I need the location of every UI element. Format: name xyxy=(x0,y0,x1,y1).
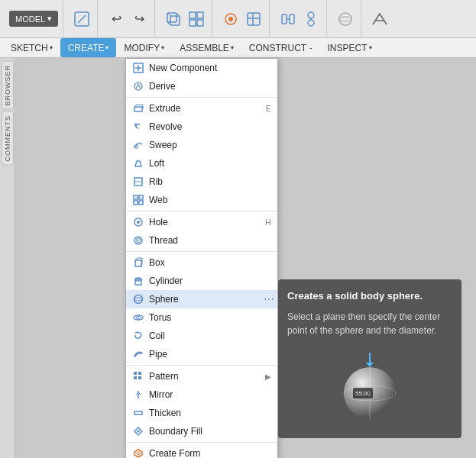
browser-tab[interactable]: BROWSER xyxy=(2,61,14,110)
coil-label: Coil xyxy=(149,331,165,341)
torus-label: Torus xyxy=(149,312,171,323)
cylinder-icon xyxy=(132,275,144,287)
sweep-icon xyxy=(132,139,144,151)
construct-icon[interactable] xyxy=(369,8,390,30)
sketch-icon[interactable] xyxy=(71,8,92,30)
construct-tools xyxy=(364,0,395,37)
menu-web[interactable]: Web xyxy=(126,191,277,209)
menubar: SKETCH ▾ CREATE ▾ MODIFY ▾ ASSEMBLE ▾ CO… xyxy=(0,38,476,58)
menu-boundary-fill[interactable]: Boundary Fill xyxy=(126,422,277,440)
menu-create[interactable]: CREATE ▾ xyxy=(60,38,117,57)
menu-coil[interactable]: Coil xyxy=(126,327,277,345)
rib-icon xyxy=(132,176,144,188)
menu-rib[interactable]: Rib xyxy=(126,173,277,191)
sep3 xyxy=(126,251,277,252)
svg-text:55.00: 55.00 xyxy=(355,390,371,397)
pattern-icon xyxy=(132,370,144,382)
sphere-toolbar-icon[interactable] xyxy=(335,8,356,30)
part-icon[interactable] xyxy=(243,8,264,30)
mirror-icon xyxy=(132,389,144,401)
menu-pattern[interactable]: Pattern ▶ xyxy=(126,367,277,385)
hole-icon xyxy=(132,216,144,228)
grid-icon[interactable] xyxy=(186,8,207,30)
sep1 xyxy=(126,97,277,98)
svg-rect-49 xyxy=(138,372,141,375)
menu-box[interactable]: Box xyxy=(126,253,277,272)
svg-line-1 xyxy=(78,15,86,23)
menu-inspect[interactable]: INSPECT ▾ xyxy=(320,38,380,57)
menu-construct[interactable]: CONSTRUCT - xyxy=(241,38,320,57)
redo-icon[interactable]: ↪ xyxy=(128,8,150,30)
menu-loft[interactable]: Loft xyxy=(126,154,277,173)
menu-create-form[interactable]: Create Form xyxy=(126,444,277,458)
svg-point-47 xyxy=(136,317,141,319)
svg-rect-8 xyxy=(197,12,203,18)
sphere-more-icon[interactable]: ⋯ xyxy=(264,293,274,305)
svg-point-46 xyxy=(134,315,143,320)
new-component-label: New Component xyxy=(149,63,217,73)
side-panel-left: BROWSER COMMENTS xyxy=(0,58,15,458)
canvas-area[interactable]: New Component Derive Extrude E xyxy=(15,58,476,458)
create-form-label: Create Form xyxy=(149,448,200,458)
extrude-label: Extrude xyxy=(149,103,180,114)
boundary-fill-icon xyxy=(132,425,144,437)
boundary-fill-label: Boundary Fill xyxy=(149,426,202,437)
assemble-tools xyxy=(273,0,327,37)
mirror-label: Mirror xyxy=(149,389,173,400)
revolve-label: Revolve xyxy=(149,121,182,132)
menu-hole[interactable]: Hole H xyxy=(126,213,277,231)
undo-icon[interactable]: ↩ xyxy=(105,8,127,30)
sep5 xyxy=(126,442,277,443)
box-label: Box xyxy=(149,257,165,268)
pipe-icon xyxy=(132,348,144,360)
sketch-tools xyxy=(66,0,98,37)
model-button[interactable]: MODEL ▾ xyxy=(9,11,58,27)
menu-torus[interactable]: Torus xyxy=(126,308,277,327)
menu-thicken[interactable]: Thicken xyxy=(126,404,277,422)
menu-extrude[interactable]: Extrude E xyxy=(126,99,277,118)
menu-assemble[interactable]: ASSEMBLE ▾ xyxy=(172,38,241,57)
menu-sweep[interactable]: Sweep xyxy=(126,136,277,154)
cylinder-label: Cylinder xyxy=(149,276,183,286)
svg-point-17 xyxy=(308,12,314,18)
menu-sphere[interactable]: Sphere ⋯ xyxy=(126,290,277,308)
menu-mirror[interactable]: Mirror xyxy=(126,385,277,404)
component-icon[interactable] xyxy=(220,8,241,30)
joint-icon[interactable] xyxy=(300,8,322,30)
3d-view-icon[interactable] xyxy=(163,8,184,30)
svg-rect-15 xyxy=(290,15,294,24)
loft-label: Loft xyxy=(149,158,164,169)
pipe-label: Pipe xyxy=(149,349,167,360)
torus-icon xyxy=(132,311,144,324)
thread-icon xyxy=(132,234,144,247)
menu-modify[interactable]: MODIFY ▾ xyxy=(116,38,172,57)
menu-cylinder[interactable]: Cylinder xyxy=(126,272,277,290)
web-label: Web xyxy=(149,195,167,205)
svg-point-18 xyxy=(308,20,314,26)
sketch-chevron: ▾ xyxy=(50,44,53,51)
box-icon xyxy=(132,256,144,269)
svg-rect-10 xyxy=(197,20,203,26)
menu-sketch[interactable]: SKETCH ▾ xyxy=(3,38,60,57)
menu-derive[interactable]: Derive xyxy=(126,77,277,95)
svg-rect-3 xyxy=(170,16,180,25)
tooltip-desc: Select a plane then specify the center p… xyxy=(287,310,452,337)
svg-rect-31 xyxy=(134,195,138,199)
svg-rect-53 xyxy=(134,411,142,414)
tooltip-title: Creates a solid body sphere. xyxy=(287,289,452,304)
svg-rect-33 xyxy=(134,201,138,205)
svg-rect-14 xyxy=(282,15,287,24)
hole-shortcut: H xyxy=(265,218,271,227)
svg-rect-48 xyxy=(134,372,137,375)
menu-new-component[interactable]: New Component xyxy=(126,59,277,77)
comments-tab[interactable]: COMMENTS xyxy=(2,111,14,166)
svg-rect-50 xyxy=(134,376,137,379)
assemble-icon[interactable] xyxy=(277,8,299,30)
menu-pipe[interactable]: Pipe xyxy=(126,345,277,363)
svg-point-21 xyxy=(339,17,351,21)
svg-point-44 xyxy=(134,295,143,304)
derive-label: Derive xyxy=(149,81,176,92)
menu-thread[interactable]: Thread xyxy=(126,231,277,250)
menu-revolve[interactable]: Revolve xyxy=(126,118,277,136)
extrude-icon xyxy=(132,102,144,114)
